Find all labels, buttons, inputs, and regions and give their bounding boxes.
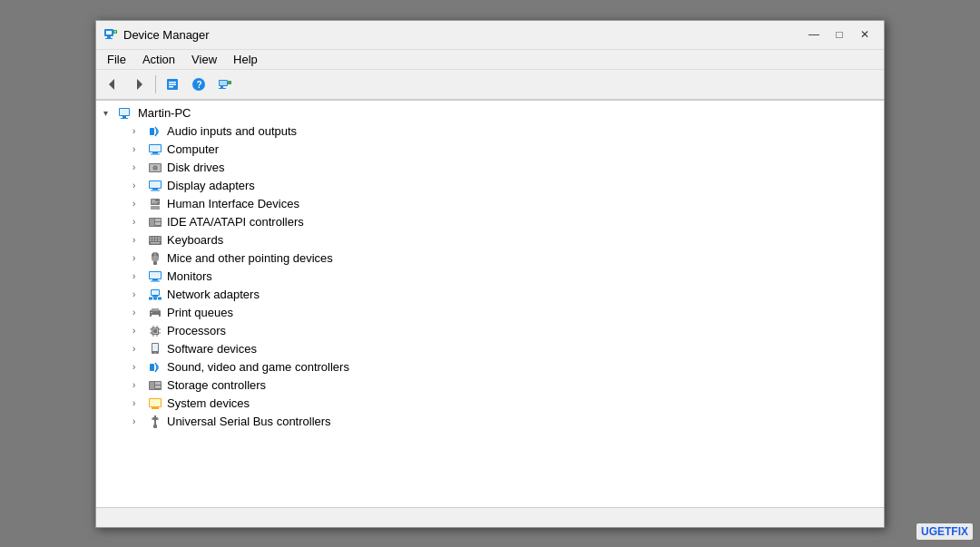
item-label: Storage controllers (167, 378, 266, 392)
computer-item-icon (147, 142, 163, 157)
svg-rect-40 (151, 206, 160, 210)
svg-rect-67 (153, 297, 157, 299)
minimize-button[interactable]: — (802, 25, 826, 44)
list-item[interactable]: › Disk drives (96, 159, 884, 177)
svg-rect-23 (150, 128, 154, 135)
keyboard-icon (147, 233, 163, 248)
svg-rect-98 (157, 418, 159, 420)
list-item[interactable]: › Print queues (96, 304, 884, 322)
svg-rect-97 (152, 418, 153, 420)
expand-arrow: › (132, 181, 147, 190)
svg-rect-62 (151, 280, 160, 281)
svg-rect-49 (158, 237, 161, 239)
computer-icon (118, 106, 134, 121)
svg-rect-11 (169, 86, 173, 88)
menu-view[interactable]: View (184, 51, 224, 68)
item-label: Software devices (167, 342, 257, 356)
list-item[interactable]: › Audio inputs and outputs (96, 122, 884, 141)
list-item[interactable]: › Human Interface Devices (96, 195, 884, 213)
list-item[interactable]: › IDE ATA/ATAPI controllers (96, 213, 884, 231)
expand-arrow: › (132, 308, 147, 317)
item-label: Network adapters (167, 288, 260, 301)
list-item[interactable]: › Storage controllers (96, 376, 884, 395)
item-label: Monitors (167, 269, 212, 283)
expand-arrow: › (132, 199, 147, 209)
toolbar-back-button[interactable] (100, 73, 125, 96)
list-item[interactable]: › (96, 231, 884, 249)
svg-rect-34 (152, 189, 158, 190)
svg-rect-93 (150, 399, 161, 406)
close-button[interactable]: ✕ (853, 25, 877, 44)
root-expand-arrow: ▾ (103, 108, 118, 118)
svg-rect-22 (121, 118, 128, 119)
svg-rect-17 (219, 88, 226, 89)
item-label: Disk drives (167, 161, 225, 174)
properties-icon (165, 77, 180, 92)
svg-rect-54 (151, 242, 160, 244)
expand-arrow: › (132, 144, 147, 154)
list-item[interactable]: › Monitors (96, 268, 884, 286)
disk-icon (147, 161, 163, 175)
svg-rect-99 (153, 425, 157, 428)
toolbar-help-button[interactable]: ? (186, 73, 211, 96)
processor-icon (147, 324, 163, 338)
toolbar-scan-button[interactable] (212, 73, 238, 96)
svg-rect-20 (120, 109, 129, 115)
svg-rect-87 (150, 364, 154, 371)
svg-rect-58 (153, 261, 157, 265)
menu-help[interactable]: Help (226, 51, 265, 68)
svg-rect-33 (150, 181, 161, 188)
list-item[interactable]: › Network adapters (96, 286, 884, 304)
mouse-icon (147, 251, 163, 266)
menu-file[interactable]: File (100, 51, 133, 68)
toolbar-separator-1 (155, 75, 156, 93)
list-item[interactable]: › Software devices (96, 340, 884, 358)
content-area[interactable]: ▾ Martin-PC › (96, 101, 884, 507)
list-item[interactable]: › (96, 322, 884, 340)
svg-rect-89 (150, 382, 154, 389)
list-item[interactable]: › Display adapters (96, 177, 884, 195)
list-item[interactable]: › Sound, video and game controllers (96, 358, 884, 376)
svg-rect-15 (220, 81, 227, 85)
tree-root-item[interactable]: ▾ Martin-PC (96, 104, 884, 122)
hid-icon (147, 197, 163, 211)
item-label: System devices (167, 396, 250, 410)
svg-rect-44 (155, 222, 161, 225)
svg-rect-9 (169, 82, 176, 83)
svg-rect-53 (158, 239, 161, 241)
item-label: Keyboards (167, 233, 223, 247)
svg-rect-90 (155, 382, 161, 385)
maximize-button[interactable]: □ (828, 25, 851, 44)
list-item[interactable]: › Computer (96, 141, 884, 159)
list-item[interactable]: › Universal Serial Bus controllers (96, 413, 884, 431)
item-label: Mice and other pointing devices (167, 251, 333, 265)
usb-icon (147, 415, 163, 429)
svg-rect-68 (158, 297, 162, 299)
expand-arrow: › (132, 126, 147, 136)
svg-text:?: ? (197, 80, 202, 90)
toolbar-forward-button[interactable] (126, 73, 152, 96)
svg-rect-65 (152, 296, 158, 298)
expand-arrow: › (132, 271, 147, 281)
menu-action[interactable]: Action (135, 51, 182, 68)
svg-rect-3 (105, 38, 113, 39)
item-label: IDE ATA/ATAPI controllers (167, 215, 304, 229)
toolbar-properties-button[interactable] (160, 73, 185, 96)
svg-rect-21 (122, 116, 126, 118)
help-icon: ? (191, 77, 206, 92)
item-label: Universal Serial Bus controllers (167, 415, 331, 428)
list-item[interactable]: › System devices (96, 395, 884, 413)
network-icon (147, 288, 163, 302)
svg-rect-43 (155, 219, 161, 221)
expand-arrow: › (132, 398, 147, 408)
svg-rect-46 (150, 237, 152, 239)
svg-rect-16 (220, 86, 223, 88)
menu-bar: File Action View Help (96, 50, 884, 70)
svg-rect-25 (150, 145, 161, 151)
list-item[interactable]: › Mice and other pointing devices (96, 249, 884, 268)
svg-rect-18 (228, 81, 231, 84)
item-label: Display adapters (167, 179, 255, 192)
title-bar: Device Manager — □ ✕ (96, 21, 884, 50)
device-tree: ▾ Martin-PC › (96, 104, 884, 431)
svg-rect-35 (151, 190, 160, 190)
